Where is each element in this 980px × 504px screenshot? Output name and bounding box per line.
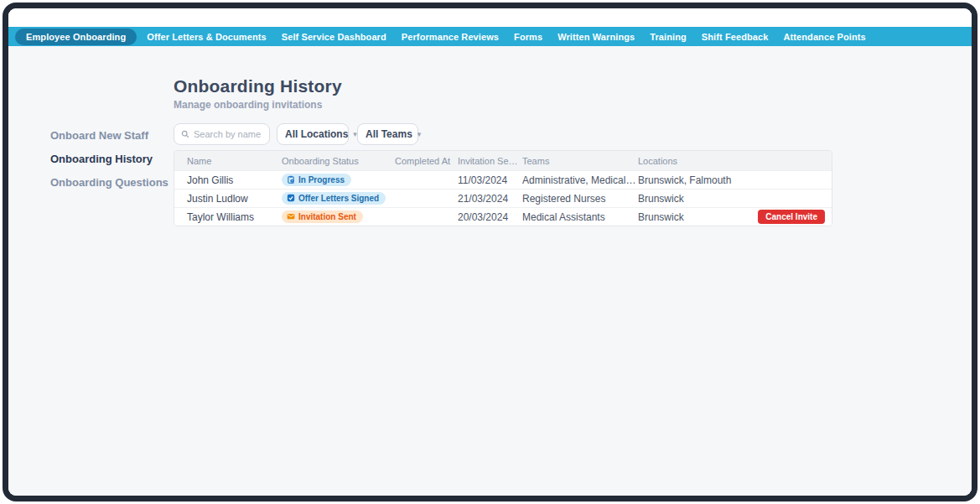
column-header-invitation-sent: Invitation Sent ... [458,156,522,166]
column-header-teams: Teams [522,156,638,166]
column-header-locations: Locations [638,156,747,166]
nav-tab-attendance-points[interactable]: Attendance Points [775,29,873,45]
app-window: Employee Onboarding Offer Letters & Docu… [3,3,977,501]
check-square-icon [287,194,295,202]
envelope-icon [287,212,295,221]
nav-tab-offer-letters-documents[interactable]: Offer Letters & Documents [139,29,273,45]
sidebar-item-onboard-new-staff[interactable]: Onboard New Staff [50,129,168,142]
search-icon [181,130,189,138]
nav-tab-written-warnings[interactable]: Written Warnings [550,29,642,45]
teams-cell: Registered Nurses [522,193,638,205]
employee-name: John Gillis [174,174,282,186]
locations-cell: Brunswick [638,211,747,223]
onboarding-table: Name Onboarding Status Completed At Invi… [174,150,832,226]
search-box [174,123,270,145]
locations-filter-dropdown[interactable]: All Locations ▾ [277,123,349,145]
cancel-invite-button[interactable]: Cancel Invite [758,210,825,224]
main-content: Onboarding History Manage onboarding inv… [8,46,972,496]
sidebar: Onboard New Staff Onboarding History Onb… [50,129,168,200]
nav-tab-employee-onboarding[interactable]: Employee Onboarding [15,29,137,45]
nav-tab-shift-feedback[interactable]: Shift Feedback [694,29,776,45]
teams-filter-dropdown[interactable]: All Teams ▾ [357,123,418,145]
window-top-strip [8,8,972,27]
actions-cell: Cancel Invite [747,210,832,224]
status-badge-label: Invitation Sent [298,212,356,221]
table-row[interactable]: Taylor Williams Invitation Sent 20/03/20… [174,207,832,226]
nav-tab-forms[interactable]: Forms [506,29,550,45]
sidebar-item-onboarding-history[interactable]: Onboarding History [50,153,168,165]
employee-name: Justin Ludlow [174,193,282,205]
search-input[interactable] [194,129,262,139]
locations-cell: Brunswick [638,193,747,205]
invitation-sent-cell: 11/03/2024 [458,174,522,186]
status-badge: Invitation Sent [282,210,363,223]
status-badge-label: In Progress [298,175,345,184]
onboarding-status-cell: Invitation Sent [282,210,395,224]
column-header-onboarding-status: Onboarding Status [282,156,395,166]
sidebar-item-onboarding-questions[interactable]: Onboarding Questions [50,176,168,189]
teams-cell: Administrative, Medical Assista... [522,174,638,186]
nav-tab-self-service-dashboard[interactable]: Self Service Dashboard [274,29,394,45]
table-row[interactable]: John Gillis In Progress 11/03/2024 Admin… [174,170,832,189]
invitation-sent-cell: 21/03/2024 [458,193,522,205]
top-navigation: Employee Onboarding Offer Letters & Docu… [8,27,972,46]
status-badge-label: Offer Letters Signed [298,194,379,203]
nav-tab-training[interactable]: Training [642,29,694,45]
locations-cell: Brunswick, Falmouth [638,174,747,186]
page-subtitle: Manage onboarding invitations [174,99,322,111]
chevron-down-icon: ▾ [417,130,422,138]
column-header-name: Name [174,156,282,166]
invitation-sent-cell: 20/03/2024 [458,211,522,223]
teams-filter-value: All Teams [366,128,412,140]
onboarding-status-cell: In Progress [282,174,395,187]
table-header-row: Name Onboarding Status Completed At Invi… [174,151,832,170]
employee-name: Taylor Williams [174,211,282,223]
nav-tab-performance-reviews[interactable]: Performance Reviews [394,29,506,45]
status-badge: Offer Letters Signed [282,192,386,205]
clipboard-clock-icon [287,175,295,184]
teams-cell: Medical Assistants [522,211,638,223]
page-title: Onboarding History [174,76,342,96]
locations-filter-value: All Locations [285,128,348,140]
column-header-completed-at: Completed At [395,156,458,166]
table-row[interactable]: Justin Ludlow Offer Letters Signed 21/03… [174,189,832,207]
onboarding-status-cell: Offer Letters Signed [282,192,395,205]
status-badge: In Progress [282,174,351,186]
